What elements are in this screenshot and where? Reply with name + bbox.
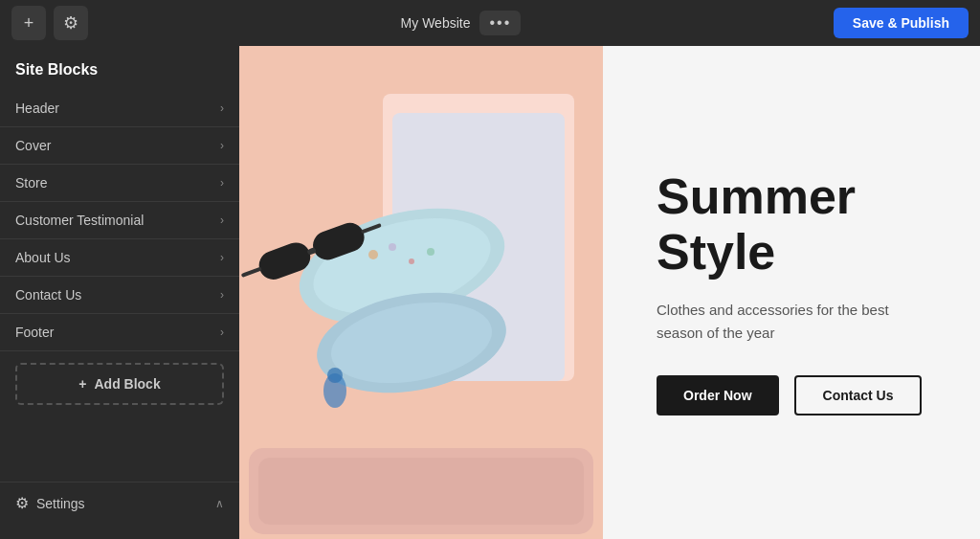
add-block-button[interactable]: + Add Block	[15, 363, 224, 405]
hero-section: Summer Style Clothes and accessories for…	[603, 46, 980, 539]
sidebar-item-about-us[interactable]: About Us ›	[0, 239, 239, 277]
chevron-right-icon: ›	[220, 176, 224, 190]
sidebar-footer-left: ⚙ Settings	[15, 494, 85, 512]
sidebar-item-label: Customer Testimonial	[15, 213, 144, 228]
sidebar-item-contact-us[interactable]: Contact Us ›	[0, 277, 239, 314]
sidebar-item-label: Store	[15, 175, 47, 191]
sidebar-item-header[interactable]: Header ›	[0, 90, 239, 127]
sidebar-item-store[interactable]: Store ›	[0, 165, 239, 202]
luggage-decoration	[249, 443, 593, 520]
sidebar-item-label: Header	[15, 101, 59, 116]
more-options-button[interactable]: •••	[479, 11, 521, 35]
add-block-label: Add Block	[94, 376, 160, 392]
hero-title: Summer Style	[657, 169, 926, 279]
order-now-button[interactable]: Order Now	[657, 375, 779, 415]
hero-buttons: Order Now Contact Us	[657, 375, 926, 415]
sidebar-item-label: Contact Us	[15, 287, 81, 303]
svg-rect-12	[241, 267, 262, 278]
chevron-right-icon: ›	[220, 139, 224, 152]
hero-subtitle: Clothes and accessories for the best sea…	[657, 299, 924, 345]
website-name: My Website	[401, 15, 471, 31]
chevron-right-icon: ›	[220, 326, 224, 339]
content-area: Summer Style Clothes and accessories for…	[239, 46, 980, 539]
top-bar: + ⚙ My Website ••• Save & Publish	[0, 0, 980, 46]
sidebar-item-label: Cover	[15, 138, 51, 153]
plus-icon: +	[78, 376, 86, 392]
sidebar-item-label: About Us	[15, 250, 71, 265]
gear-icon: ⚙	[15, 494, 29, 512]
svg-point-18	[323, 373, 346, 408]
main-layout: Site Blocks Header › Cover › Store › Cus…	[0, 46, 980, 539]
chevron-up-icon: ∧	[215, 497, 224, 510]
sidebar-item-customer-testimonial[interactable]: Customer Testimonial ›	[0, 202, 239, 239]
top-bar-right: Save & Publish	[834, 8, 969, 38]
cover-image	[239, 46, 603, 539]
svg-point-19	[327, 368, 343, 383]
chevron-right-icon: ›	[220, 213, 224, 227]
add-button[interactable]: +	[11, 6, 46, 40]
settings-label: Settings	[36, 496, 85, 511]
save-publish-button[interactable]: Save & Publish	[834, 8, 969, 38]
chevron-right-icon: ›	[220, 288, 224, 302]
chevron-right-icon: ›	[220, 251, 224, 264]
sidebar-item-cover[interactable]: Cover ›	[0, 127, 239, 165]
sidebar-item-label: Footer	[15, 325, 54, 340]
top-bar-left: + ⚙	[11, 6, 88, 40]
top-bar-center: My Website •••	[401, 11, 522, 35]
contact-us-button[interactable]: Contact Us	[794, 375, 923, 415]
sidebar: Site Blocks Header › Cover › Store › Cus…	[0, 46, 239, 539]
cover-photo	[239, 46, 603, 539]
settings-icon-button[interactable]: ⚙	[54, 6, 88, 40]
sidebar-item-footer[interactable]: Footer ›	[0, 314, 239, 351]
sidebar-settings[interactable]: ⚙ Settings ∧	[0, 482, 239, 524]
sidebar-title: Site Blocks	[0, 61, 239, 90]
chevron-right-icon: ›	[220, 101, 224, 115]
